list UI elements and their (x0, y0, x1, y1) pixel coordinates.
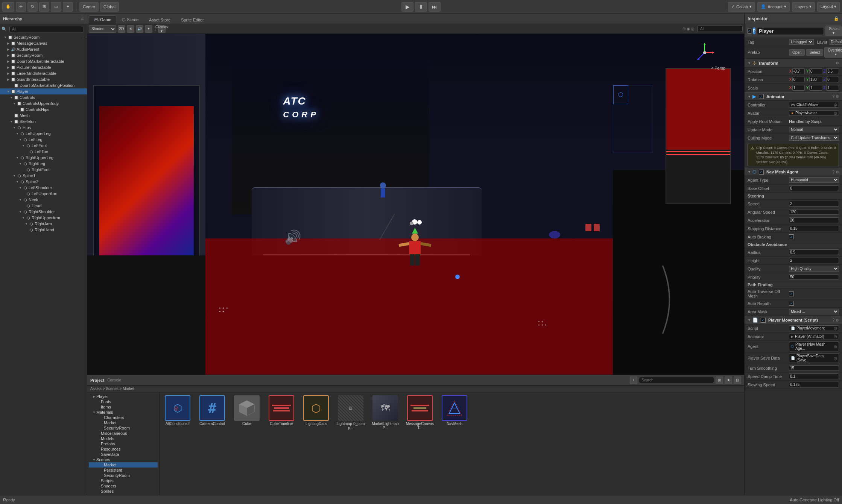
center-btn[interactable]: Center (79, 2, 99, 12)
speed-damp-time-input[interactable] (789, 373, 839, 379)
step-button[interactable]: ⏭ (429, 2, 441, 12)
proj-tree-market-scene[interactable]: Market (89, 462, 158, 468)
proj-tree-savedata[interactable]: SaveData (89, 452, 158, 457)
tree-item-rightleg[interactable]: ▼ ⬡ RightLeg (0, 161, 87, 167)
transform-tool-btn[interactable]: ✦ (63, 2, 73, 12)
controller-select-btn[interactable]: ◎ (834, 103, 837, 107)
update-mode-select[interactable]: Normal AnimatePhysics UnscaledTime (789, 127, 839, 132)
prefab-select-btn[interactable]: Select (806, 49, 823, 56)
tab-sprite-editor[interactable]: Sprite Editor (176, 16, 209, 24)
script-settings-btn[interactable]: ⚙ (836, 318, 839, 322)
tree-item-doortomarket[interactable]: ▶ 🔲 DoorToMarketInteractable (0, 58, 87, 64)
layout-btn[interactable]: Layout ▾ (817, 2, 840, 12)
tree-item-rightupperleg[interactable]: ▼ ⬡ RightUpperLeg (0, 155, 87, 161)
scale-tool-btn[interactable]: ⊞ (39, 2, 49, 12)
proj-tree-player[interactable]: ▶ Player (89, 394, 158, 399)
animator-enable-checkbox[interactable]: ✓ (759, 94, 764, 99)
lighting-btn[interactable]: ☀ (127, 25, 134, 33)
animator-help-btn[interactable]: ? (832, 94, 834, 99)
proj-tree-persistent[interactable]: Persistent (89, 468, 158, 473)
area-mask-select[interactable]: Mixed ... Everything Nothing (789, 309, 839, 314)
asset-cube[interactable]: Cube (232, 395, 262, 430)
tree-item-leftshoulder[interactable]: ▼ ⬡ LeftShoulder (0, 185, 87, 191)
tree-item-audioparent[interactable]: ▶ 🔊 AudioParent (0, 46, 87, 52)
shading-select[interactable]: Shaded Wireframe (89, 25, 116, 33)
tree-item-doorstartpos[interactable]: 🔲 DoorToMarketStartingPosition (0, 82, 87, 88)
pos-y-input[interactable] (809, 68, 822, 74)
rot-y-input[interactable] (809, 77, 822, 82)
static-dropdown-btn[interactable]: Static ▾ (825, 26, 842, 36)
player-movement-section-header[interactable]: ▼ 📄 ✓ Player Movement (Script) ? ⚙ (745, 316, 842, 324)
tree-item-player[interactable]: ▼ 🔲 Player (0, 88, 87, 94)
tree-item-leftupperleg[interactable]: ▼ ⬡ LeftUpperLeg (0, 131, 87, 137)
tree-item-leftfoot[interactable]: ▼ ⬡ LeftFoot (0, 143, 87, 149)
tree-item-neck[interactable]: ▼ ⬡ Neck (0, 197, 87, 203)
asset-allconditions2[interactable]: ⬡ ◎ AllConditions2 (163, 395, 193, 430)
asset-cubetimeline[interactable]: CubeTimeline (266, 395, 296, 430)
radius-input[interactable] (789, 249, 839, 255)
tree-item-hips[interactable]: ▼ ⬡ Hips (0, 124, 87, 131)
pm-agent-select-btn[interactable]: ◎ (834, 345, 837, 349)
proj-tree-prefabs[interactable]: Prefabs (89, 441, 158, 446)
tree-item-spine1[interactable]: ▼ ⬡ Spine1 (0, 173, 87, 179)
tree-item-head[interactable]: ⬡ Head (0, 203, 87, 209)
agent-type-select[interactable]: Humanoid (789, 177, 839, 183)
pos-x-input[interactable] (792, 68, 805, 74)
project-view-btn[interactable]: ⊟ (734, 376, 741, 384)
quality-select[interactable]: High Quality Medium Quality Low Quality … (789, 266, 839, 272)
project-star-btn[interactable]: ★ (725, 376, 732, 384)
proj-tree-items[interactable]: Items (89, 404, 158, 410)
proj-tree-resources[interactable]: Resources (89, 446, 158, 452)
script-help-btn[interactable]: ? (832, 318, 834, 322)
speed-input[interactable] (789, 201, 839, 206)
hand-tool-btn[interactable]: ✋ (2, 2, 14, 12)
navmesh-settings-btn[interactable]: ⚙ (836, 170, 839, 174)
auto-traverse-checkbox[interactable]: ✓ (789, 291, 794, 296)
tree-item-controls[interactable]: ▼ 🔲 Controls (0, 94, 87, 100)
tree-item-skeleton[interactable]: ▼ 🔲 Skeleton (0, 118, 87, 124)
tree-item-guard[interactable]: ▶ 🔲 GuardInteractable (0, 76, 87, 82)
script-select-btn[interactable]: ◎ (834, 326, 837, 330)
proj-tree-fonts[interactable]: Fonts (89, 399, 158, 404)
proj-tree-scripts[interactable]: Scripts (89, 478, 158, 483)
proj-tree-materials[interactable]: ▼ Materials (89, 410, 158, 415)
scale-z-input[interactable] (826, 85, 839, 91)
transform-section-header[interactable]: ▼ ⊹ Transform ⚙ (745, 59, 842, 67)
proj-tree-misc[interactable]: Miscellaneous (89, 431, 158, 436)
audio-btn[interactable]: 🔊 (136, 25, 143, 33)
navmesh-enable-checkbox[interactable]: ✓ (759, 170, 764, 175)
turn-smoothing-input[interactable] (789, 365, 839, 371)
prefab-overrides-btn[interactable]: Overrides ▾ (824, 47, 842, 58)
tree-item-rightupperarm[interactable]: ▼ ⬡ RightUpperArm (0, 215, 87, 221)
avatar-select-btn[interactable]: ◎ (834, 111, 837, 115)
collab-btn[interactable]: ✓ Collab ▾ (728, 2, 755, 12)
hierarchy-menu[interactable]: ≡ (81, 16, 84, 22)
tree-item-lasergrid[interactable]: ▶ 🔲 LaserGridInteractable (0, 70, 87, 76)
acceleration-input[interactable] (789, 217, 839, 223)
tree-item-controls-hips[interactable]: 🔲 ControlsHips (0, 106, 87, 112)
proj-tree-sprites[interactable]: Sprites (89, 489, 158, 494)
pause-button[interactable]: ⏸ (415, 2, 427, 12)
navmesh-help-btn[interactable]: ? (832, 170, 834, 174)
tree-item-rightfoot[interactable]: ⬡ RightFoot (0, 167, 87, 173)
proj-tree-models[interactable]: Models (89, 436, 158, 441)
project-add-btn[interactable]: + (630, 376, 637, 384)
account-btn[interactable]: 👤 Account ▾ (757, 2, 790, 12)
base-offset-input[interactable] (789, 185, 839, 191)
script-enable-checkbox[interactable]: ✓ (761, 318, 766, 323)
animator-settings-btn[interactable]: ⚙ (836, 94, 839, 99)
priority-input[interactable] (789, 274, 839, 280)
navmesh-section-header[interactable]: ▼ ⬡ ✓ Nav Mesh Agent ? ⚙ (745, 168, 842, 176)
proj-tree-securityroom-scene[interactable]: SecurityRoom (89, 473, 158, 478)
asset-cameracontrol[interactable]: # CameraControl (197, 395, 227, 430)
transform-settings-btn[interactable]: ⚙ (836, 61, 839, 65)
layers-btn[interactable]: Layers ▾ (792, 2, 815, 12)
tag-select[interactable]: Untagged (789, 39, 814, 45)
animator-section-header[interactable]: ▼ ▶ ✓ Animator ? ⚙ (745, 92, 842, 101)
tree-item-lefttoe[interactable]: ⬡ LeftToe (0, 149, 87, 155)
tree-item-securityroom-root[interactable]: ▼ 🔲 SecurityRoom ⋯ (0, 34, 87, 40)
object-name-input[interactable] (757, 27, 824, 35)
rot-z-input[interactable] (826, 77, 839, 82)
tree-item-controls-upper[interactable]: ▼ 🔲 ControlsUpperBody (0, 100, 87, 106)
culling-mode-select[interactable]: Cull Update Transforms Always Animate Cu… (789, 135, 839, 141)
